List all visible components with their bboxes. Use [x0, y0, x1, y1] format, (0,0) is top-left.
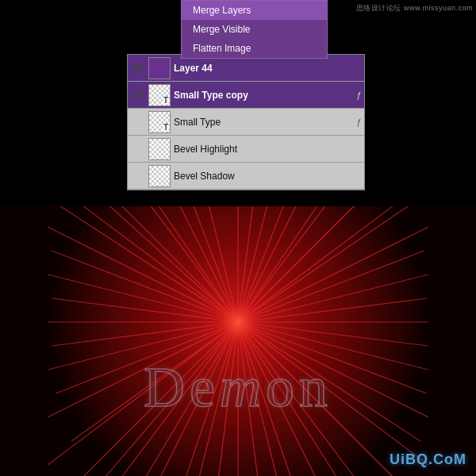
- menu-item-merge-layers[interactable]: Merge Layers: [182, 1, 327, 20]
- layer-row[interactable]: Layer 44: [128, 55, 364, 82]
- eye-icon[interactable]: [131, 88, 145, 102]
- layer-name: Small Type copy: [174, 90, 353, 101]
- layers-panel: Layer 44 T Small Type copy ƒ T Small Typ…: [127, 54, 365, 190]
- eye-icon[interactable]: [131, 115, 145, 129]
- fx-badge: ƒ: [356, 117, 361, 127]
- eye-icon[interactable]: [131, 169, 145, 183]
- layer-row[interactable]: T Small Type copy ƒ: [128, 82, 364, 109]
- layer-thumbnail: [148, 138, 171, 160]
- layer-row[interactable]: Bevel Shadow: [128, 163, 364, 190]
- layer-name: Bevel Highlight: [174, 144, 361, 155]
- burst-effect: [48, 206, 428, 476]
- layer-name: Small Type: [174, 117, 353, 128]
- layer-thumbnail: T: [148, 111, 171, 133]
- menu-item-flatten-image[interactable]: Flatten Image: [182, 39, 327, 58]
- layer-thumbnail: [148, 165, 171, 187]
- uibq-watermark: UiBQ.CoM: [390, 451, 466, 468]
- layer-row[interactable]: T Small Type ƒ: [128, 109, 364, 136]
- watermark-top: 思络设计论坛 www.missyuan.com: [356, 3, 473, 13]
- menu-item-merge-visible[interactable]: Merge Visible: [182, 20, 327, 39]
- layer-name: Bevel Shadow: [174, 171, 361, 182]
- layer-name: Layer 44: [174, 63, 361, 74]
- canvas-area: Demon UiBQ.CoM: [0, 206, 476, 476]
- layer-thumbnail: T: [148, 84, 171, 106]
- fx-badge: ƒ: [356, 90, 361, 100]
- demon-text: Demon: [144, 355, 332, 420]
- eye-icon[interactable]: [131, 142, 145, 156]
- eye-icon[interactable]: [131, 61, 145, 75]
- layer-thumbnail: [148, 57, 171, 79]
- context-menu: Merge Layers Merge Visible Flatten Image: [181, 0, 328, 59]
- layer-row[interactable]: Bevel Highlight: [128, 136, 364, 163]
